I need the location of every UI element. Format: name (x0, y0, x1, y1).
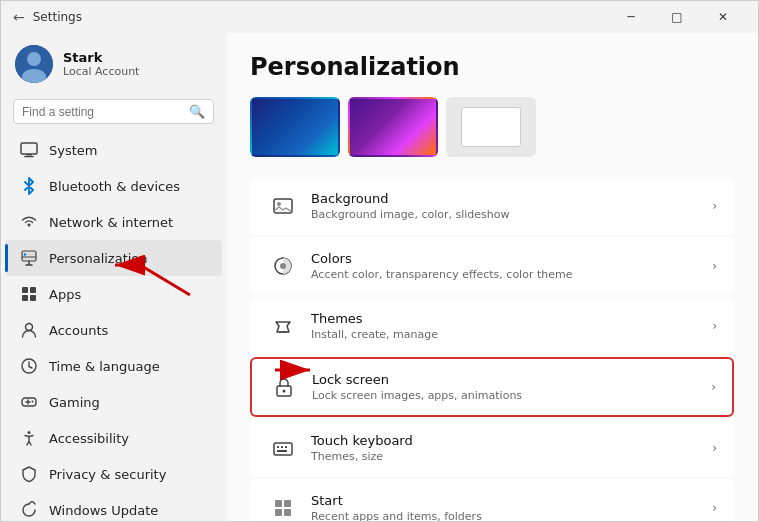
colors-chevron: › (712, 259, 717, 273)
colors-icon (267, 250, 299, 282)
apps-icon (19, 284, 39, 304)
sidebar-label-privacy: Privacy & security (49, 467, 166, 482)
svg-point-23 (283, 390, 286, 393)
background-icon (267, 190, 299, 222)
sidebar-item-gaming[interactable]: Gaming (5, 384, 222, 420)
maximize-button[interactable]: □ (654, 1, 700, 33)
theme-preview-3-inner (461, 107, 521, 147)
svg-rect-30 (284, 500, 291, 507)
sidebar-item-time[interactable]: Time & language (5, 348, 222, 384)
settings-item-colors[interactable]: Colors Accent color, transparency effect… (250, 237, 734, 295)
close-button[interactable]: ✕ (700, 1, 746, 33)
theme-preview-2[interactable] (348, 97, 438, 157)
sidebar: Stark Local Account 🔍 System (1, 33, 226, 521)
svg-point-17 (28, 431, 31, 434)
theme-preview-3[interactable] (446, 97, 536, 157)
svg-rect-29 (275, 500, 282, 507)
page-title: Personalization (250, 53, 734, 81)
update-icon (19, 500, 39, 520)
sidebar-label-accounts: Accounts (49, 323, 108, 338)
svg-rect-32 (284, 509, 291, 516)
sidebar-item-apps[interactable]: Apps (5, 276, 222, 312)
sidebar-item-system[interactable]: System (5, 132, 222, 168)
svg-point-12 (26, 324, 33, 331)
themes-desc: Install, create, manage (311, 328, 712, 341)
settings-list: Background Background image, color, slid… (250, 177, 734, 521)
lock-screen-icon (268, 371, 300, 403)
svg-rect-8 (22, 287, 28, 293)
sidebar-label-system: System (49, 143, 97, 158)
sidebar-label-network: Network & internet (49, 215, 173, 230)
svg-point-1 (27, 52, 41, 66)
lock-screen-text: Lock screen Lock screen images, apps, an… (312, 372, 711, 402)
settings-window: ← Settings ─ □ ✕ Stark (0, 0, 759, 522)
lock-screen-desc: Lock screen images, apps, animations (312, 389, 711, 402)
sidebar-item-accounts[interactable]: Accounts (5, 312, 222, 348)
search-input[interactable] (22, 105, 183, 119)
svg-rect-24 (274, 443, 292, 455)
system-icon (19, 140, 39, 160)
gaming-icon (19, 392, 39, 412)
sidebar-label-update: Windows Update (49, 503, 158, 518)
main-content: Personalization Background Background (226, 33, 758, 521)
user-name: Stark (63, 50, 139, 65)
user-info: Stark Local Account (63, 50, 139, 78)
background-desc: Background image, color, slideshow (311, 208, 712, 221)
svg-rect-9 (30, 287, 36, 293)
settings-item-background[interactable]: Background Background image, color, slid… (250, 177, 734, 235)
start-icon (267, 492, 299, 521)
svg-rect-28 (277, 450, 287, 452)
svg-rect-10 (22, 295, 28, 301)
sidebar-label-gaming: Gaming (49, 395, 100, 410)
settings-item-lock-screen[interactable]: Lock screen Lock screen images, apps, an… (250, 357, 734, 417)
back-button[interactable]: ← (13, 9, 25, 25)
accessibility-icon (19, 428, 39, 448)
svg-rect-26 (281, 446, 283, 448)
settings-item-touch-keyboard[interactable]: Touch keyboard Themes, size › (250, 419, 734, 477)
titlebar-left: ← Settings (13, 9, 82, 25)
theme-preview-1[interactable] (250, 97, 340, 157)
colors-text: Colors Accent color, transparency effect… (311, 251, 712, 281)
sidebar-item-bluetooth[interactable]: Bluetooth & devices (5, 168, 222, 204)
sidebar-label-accessibility: Accessibility (49, 431, 129, 446)
touch-keyboard-icon (267, 432, 299, 464)
user-section[interactable]: Stark Local Account (1, 33, 226, 95)
svg-point-7 (24, 253, 26, 255)
content-area: Stark Local Account 🔍 System (1, 33, 758, 521)
sidebar-label-apps: Apps (49, 287, 81, 302)
svg-point-21 (280, 263, 286, 269)
privacy-icon (19, 464, 39, 484)
touch-keyboard-text: Touch keyboard Themes, size (311, 433, 712, 463)
sidebar-nav: System Bluetooth & devices Network & int… (1, 132, 226, 521)
avatar (15, 45, 53, 83)
themes-text: Themes Install, create, manage (311, 311, 712, 341)
start-text: Start Recent apps and items, folders (311, 493, 712, 521)
window-controls: ─ □ ✕ (608, 1, 746, 33)
themes-title: Themes (311, 311, 712, 326)
sidebar-item-accessibility[interactable]: Accessibility (5, 420, 222, 456)
svg-point-19 (277, 202, 281, 206)
sidebar-item-personalization[interactable]: Personalization (5, 240, 222, 276)
settings-item-themes[interactable]: Themes Install, create, manage › (250, 297, 734, 355)
background-text: Background Background image, color, slid… (311, 191, 712, 221)
touch-keyboard-chevron: › (712, 441, 717, 455)
sidebar-item-network[interactable]: Network & internet (5, 204, 222, 240)
svg-rect-4 (26, 154, 32, 156)
search-box[interactable]: 🔍 (13, 99, 214, 124)
sidebar-label-bluetooth: Bluetooth & devices (49, 179, 180, 194)
lock-screen-chevron: › (711, 380, 716, 394)
settings-item-start[interactable]: Start Recent apps and items, folders › (250, 479, 734, 521)
sidebar-item-privacy[interactable]: Privacy & security (5, 456, 222, 492)
svg-rect-25 (277, 446, 279, 448)
user-type: Local Account (63, 65, 139, 78)
themes-icon (267, 310, 299, 342)
colors-title: Colors (311, 251, 712, 266)
avatar-svg (15, 45, 53, 83)
theme-previews (250, 97, 734, 157)
start-title: Start (311, 493, 712, 508)
search-icon: 🔍 (189, 104, 205, 119)
sidebar-item-update[interactable]: Windows Update (5, 492, 222, 521)
svg-point-15 (32, 401, 34, 403)
minimize-button[interactable]: ─ (608, 1, 654, 33)
svg-rect-27 (285, 446, 287, 448)
